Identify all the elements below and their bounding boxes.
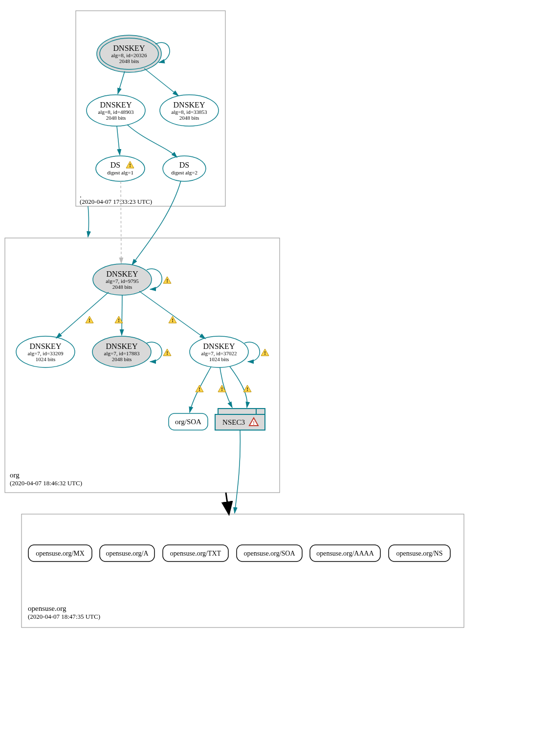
zone-org-name: org — [10, 471, 20, 479]
warning-icon: ! — [86, 316, 93, 323]
svg-rect-45 — [218, 409, 256, 414]
svg-text:NSEC3: NSEC3 — [222, 418, 245, 426]
svg-text:!: ! — [88, 317, 90, 323]
zone-org-time: (2020-04-07 18:46:32 UTC) — [10, 479, 82, 487]
node-ds1[interactable]: DS digest alg=1 ! — [96, 156, 145, 181]
svg-text:DNSKEY: DNSKEY — [174, 101, 205, 109]
edge-ds2-orgksk — [132, 181, 181, 265]
svg-text:digest alg=2: digest alg=2 — [171, 170, 198, 175]
svg-text:DNSKEY: DNSKEY — [113, 44, 145, 52]
svg-text:DNSKEY: DNSKEY — [30, 342, 62, 350]
node-rec-aaaa[interactable]: opensuse.org/AAAA — [310, 545, 380, 562]
svg-text:DS: DS — [179, 161, 189, 169]
node-rec-mx[interactable]: opensuse.org/MX — [28, 545, 92, 562]
edge-k3-nsec3b — [230, 367, 247, 408]
svg-text:DNSKEY: DNSKEY — [107, 270, 138, 278]
svg-text:alg=7, id=9795: alg=7, id=9795 — [106, 278, 139, 284]
warning-icon: ! — [115, 316, 123, 323]
svg-text:!: ! — [172, 317, 174, 323]
svg-text:2048 bits: 2048 bits — [112, 284, 132, 290]
svg-text:!: ! — [198, 386, 200, 392]
svg-text:DNSKEY: DNSKEY — [106, 342, 138, 350]
node-org-soa[interactable]: org/SOA — [169, 413, 208, 430]
zone-opensuse-name: opensuse.org — [28, 605, 66, 612]
edge-deleg-root-org — [88, 206, 89, 237]
svg-text:!: ! — [118, 317, 120, 323]
node-org-k3[interactable]: DNSKEY alg=7, id=37022 1024 bits — [190, 336, 248, 367]
svg-text:!: ! — [221, 386, 223, 392]
svg-text:2048 bits: 2048 bits — [119, 58, 139, 64]
edge-rzsk1-ds2 — [127, 125, 177, 157]
svg-text:2048 bits: 2048 bits — [112, 356, 132, 362]
node-nsec3[interactable]: NSEC3 ! — [215, 409, 265, 430]
node-root-zsk2[interactable]: DNSKEY alg=8, id=33853 2048 bits — [160, 95, 219, 126]
svg-text:!: ! — [166, 350, 168, 356]
edge-ds1-orgksk — [121, 181, 121, 263]
node-ds2[interactable]: DS digest alg=2 — [163, 156, 206, 181]
svg-text:DS: DS — [110, 161, 120, 169]
svg-text:alg=7, id=17883: alg=7, id=17883 — [104, 350, 140, 356]
svg-text:opensuse.org/AAAA: opensuse.org/AAAA — [316, 550, 374, 557]
warning-icon: ! — [163, 277, 171, 283]
edge-deleg-org-opensuse-black — [226, 493, 229, 513]
svg-text:DNSKEY: DNSKEY — [100, 101, 132, 109]
edge-orgksk-k3 — [139, 291, 205, 339]
edge-rksk-rzsk1 — [118, 71, 125, 94]
edge-rksk-rzsk2 — [144, 68, 178, 96]
svg-text:org/SOA: org/SOA — [175, 418, 201, 426]
svg-text:!: ! — [166, 278, 168, 283]
svg-text:1024 bits: 1024 bits — [209, 356, 229, 362]
svg-text:!: ! — [129, 162, 131, 168]
edge-nsec3-opensuse — [235, 430, 240, 513]
edge-rzsk1-ds1 — [117, 126, 120, 155]
node-org-ksk[interactable]: DNSKEY alg=7, id=9795 2048 bits — [93, 264, 152, 295]
svg-text:!: ! — [253, 420, 255, 426]
zone-root-time: (2020-04-07 17:33:23 UTC) — [80, 198, 152, 205]
node-rec-soa[interactable]: opensuse.org/SOA — [237, 545, 302, 562]
svg-text:alg=8, id=48903: alg=8, id=48903 — [98, 109, 134, 115]
svg-text:opensuse.org/SOA: opensuse.org/SOA — [243, 550, 295, 557]
svg-text:alg=7, id=37022: alg=7, id=37022 — [201, 350, 237, 356]
warning-icon: ! — [163, 349, 171, 356]
svg-text:2048 bits: 2048 bits — [179, 115, 199, 121]
svg-text:opensuse.org/TXT: opensuse.org/TXT — [170, 550, 221, 557]
edge-orgksk-k2 — [122, 295, 122, 335]
dnsviz-diagram: . (2020-04-07 17:33:23 UTC) org (2020-04… — [0, 0, 549, 756]
node-root-ksk[interactable]: DNSKEY alg=8, id=20326 2048 bits — [97, 35, 161, 72]
svg-text:1024 bits: 1024 bits — [36, 356, 56, 362]
warning-icon: ! — [261, 349, 269, 356]
zone-opensuse-time: (2020-04-07 18:47:35 UTC) — [28, 613, 100, 620]
node-rec-a[interactable]: opensuse.org/A — [100, 545, 154, 562]
node-root-zsk1[interactable]: DNSKEY alg=8, id=48903 2048 bits — [87, 95, 145, 126]
svg-text:!: ! — [246, 386, 248, 392]
node-org-k2[interactable]: DNSKEY alg=7, id=17883 2048 bits — [92, 336, 151, 367]
svg-text:DNSKEY: DNSKEY — [203, 342, 235, 350]
svg-text:!: ! — [264, 350, 266, 356]
warning-icon: ! — [243, 385, 251, 392]
svg-text:opensuse.org/MX: opensuse.org/MX — [36, 550, 85, 557]
node-org-k1[interactable]: DNSKEY alg=7, id=33209 1024 bits — [16, 336, 75, 367]
warning-icon: ! — [196, 385, 203, 392]
svg-text:alg=8, id=33853: alg=8, id=33853 — [172, 109, 207, 115]
svg-text:digest alg=1: digest alg=1 — [107, 170, 133, 175]
svg-text:alg=7, id=33209: alg=7, id=33209 — [28, 350, 64, 356]
zone-opensuse-box — [22, 514, 464, 627]
node-rec-ns[interactable]: opensuse.org/NS — [389, 545, 450, 562]
svg-text:opensuse.org/NS: opensuse.org/NS — [396, 550, 442, 557]
svg-text:alg=8, id=20326: alg=8, id=20326 — [111, 52, 147, 58]
node-rec-txt[interactable]: opensuse.org/TXT — [163, 545, 228, 562]
svg-text:2048 bits: 2048 bits — [106, 115, 126, 121]
edge-orgksk-k1 — [56, 292, 109, 338]
svg-text:opensuse.org/A: opensuse.org/A — [106, 550, 149, 557]
